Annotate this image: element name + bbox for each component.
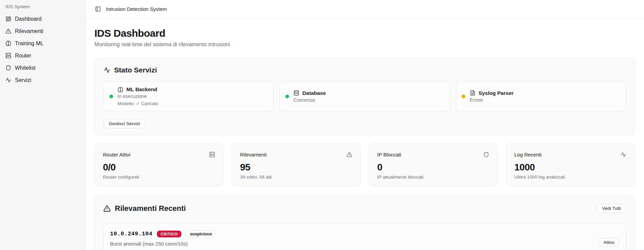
sidebar-item-label: Dashboard xyxy=(15,16,41,22)
database-icon xyxy=(293,90,299,96)
server-icon xyxy=(5,53,11,59)
stat-card-rilevamenti: Rilevamenti 95 39 critici, 56 alti xyxy=(232,144,361,186)
panel-left-icon xyxy=(95,6,101,12)
detection-description: Burst anomali (max 250 conn/10s) xyxy=(110,241,216,247)
service-name: Syslog Parser xyxy=(479,90,514,96)
sidebar-app-label: IDS System xyxy=(5,4,83,9)
stat-card-log-recenti: Log Recenti 1000 Ultimi 1000 log analizz… xyxy=(506,144,635,186)
sidebar-item-rilevamenti[interactable]: Rilevamenti xyxy=(3,26,83,37)
service-status: Errore xyxy=(470,97,514,103)
stat-title: Rilevamenti xyxy=(240,152,267,157)
topbar-title: Intrusion Detection System xyxy=(106,6,167,12)
sidebar-item-label: Router xyxy=(15,53,31,59)
stat-value: 0/0 xyxy=(103,162,215,173)
sidebar-item-dashboard[interactable]: Dashboard xyxy=(3,13,83,24)
recent-detections-header: Rilevamenti Recenti xyxy=(103,204,186,213)
sidebar-item-training-ml[interactable]: Training ML xyxy=(3,38,83,49)
shield-icon xyxy=(483,152,489,157)
stat-title: IP Bloccati xyxy=(377,152,401,157)
sidebar-item-label: Servizi xyxy=(15,77,31,83)
tag-badge: suspicious xyxy=(186,230,216,238)
shield-icon xyxy=(5,65,11,71)
services-status-header: Stato Servizi xyxy=(104,66,626,74)
service-status: Connesso xyxy=(293,97,326,103)
stat-value: 95 xyxy=(240,162,352,173)
service-card-syslog-parser: Syslog Parser Errore xyxy=(456,81,626,111)
stat-value: 1000 xyxy=(514,162,626,173)
sidebar-item-whitelist[interactable]: Whitelist xyxy=(3,62,83,73)
services-status-title: Stato Servizi xyxy=(114,66,157,74)
recent-detections-title: Rilevamenti Recenti xyxy=(115,204,186,213)
service-status: In esecuzione xyxy=(118,94,158,99)
services-status-card: Stato Servizi ML Backend In esecuzione M… xyxy=(94,58,635,135)
sidebar-item-router[interactable]: Router xyxy=(3,50,83,61)
service-name: Database xyxy=(302,90,326,96)
services-grid: ML Backend In esecuzione Modello: ✓ Cari… xyxy=(104,81,626,111)
stat-caption: Router configurati xyxy=(103,174,215,180)
stats-row: Router Attivi 0/0 Router configurati Ril… xyxy=(94,144,635,186)
layout-dashboard-icon xyxy=(5,16,11,22)
file-text-icon xyxy=(470,90,476,96)
sidebar-toggle-button[interactable] xyxy=(95,6,101,12)
stat-card-router-attivi: Router Attivi 0/0 Router configurati xyxy=(94,144,223,186)
severity-badge: CRITICO xyxy=(157,231,181,237)
recent-detections-card: Rilevamenti Recenti Vedi Tutti 10.0.249.… xyxy=(94,195,635,250)
main-area: Intrusion Detection System IDS Dashboard… xyxy=(86,0,644,250)
page-title: IDS Dashboard xyxy=(94,28,635,39)
stat-caption: IP attualmente bloccati xyxy=(377,174,489,180)
sidebar-nav: Dashboard Rilevamenti Training ML Router… xyxy=(3,13,83,86)
service-name: ML Backend xyxy=(126,86,157,93)
brain-icon xyxy=(118,87,123,93)
alert-triangle-icon xyxy=(103,205,111,212)
sidebar-item-label: Whitelist xyxy=(15,65,35,71)
server-icon xyxy=(209,152,215,157)
sidebar-item-label: Training ML xyxy=(15,40,43,47)
service-model-status: Modello: ✓ Caricato xyxy=(118,101,158,106)
stat-caption: 39 critici, 56 alti xyxy=(240,174,352,180)
view-all-button[interactable]: Vedi Tutti xyxy=(597,204,626,213)
activity-icon xyxy=(621,152,626,157)
stat-caption: Ultimi 1000 log analizzati xyxy=(514,174,626,180)
sidebar: IDS System Dashboard Rilevamenti Trainin… xyxy=(0,0,86,250)
state-badge: Attivo xyxy=(598,238,619,247)
activity-icon xyxy=(104,67,110,73)
stat-value: 0 xyxy=(377,162,489,173)
service-card-ml-backend: ML Backend In esecuzione Modello: ✓ Cari… xyxy=(104,81,274,111)
alert-triangle-icon xyxy=(5,28,11,34)
stat-card-ip-bloccati: IP Bloccati 0 IP attualmente bloccati xyxy=(369,144,498,186)
status-dot xyxy=(109,95,113,98)
page-subtitle: Monitoring real-time del sistema di rile… xyxy=(94,41,635,48)
activity-icon xyxy=(5,77,11,83)
brain-icon xyxy=(5,40,11,46)
stat-title: Log Recenti xyxy=(514,152,541,157)
sidebar-item-servizi[interactable]: Servizi xyxy=(3,74,83,86)
service-card-database: Database Connesso xyxy=(280,81,450,111)
detection-ip: 10.0.249.104 xyxy=(110,231,153,237)
manage-services-button[interactable]: Gestisci Servizi xyxy=(104,119,145,128)
page-content: IDS Dashboard Monitoring real-time del s… xyxy=(86,18,644,250)
alert-triangle-icon xyxy=(346,152,352,157)
topbar: Intrusion Detection System xyxy=(86,0,644,18)
stat-title: Router Attivi xyxy=(103,152,130,157)
status-dot xyxy=(285,95,289,98)
sidebar-item-label: Rilevamenti xyxy=(15,28,43,34)
detection-row: 10.0.249.104 CRITICO suspicious Burst an… xyxy=(103,223,626,250)
status-dot xyxy=(462,95,465,98)
